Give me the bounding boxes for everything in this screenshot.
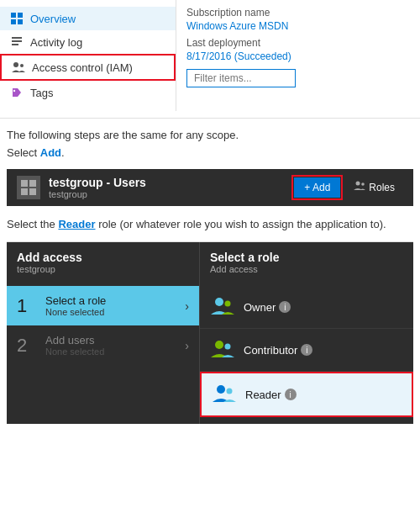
sidebar-item-activity-log[interactable]: Activity log [0,30,176,54]
access-control-label: Access control (IAM) [32,61,133,74]
svg-point-21 [227,389,233,394]
step-1-chevron: › [185,299,189,313]
svg-point-14 [356,182,360,186]
select-role-text: Select the Reader role (or whatever role… [0,209,420,239]
step-2-title: Add users [45,334,175,346]
reader-icon [212,382,237,407]
add-access-panel: Add access testgroup 1 Select a role Non… [7,242,200,424]
svg-rect-10 [21,180,28,187]
instruction-suffix: . [61,146,65,159]
svg-rect-12 [21,188,28,195]
activity-log-label: Activity log [30,36,82,49]
filter-input[interactable] [186,69,296,87]
sidebar-item-tags[interactable]: Tags [0,81,176,104]
instruction-line1: The following steps are the same for any… [7,127,413,145]
svg-rect-3 [18,19,23,24]
step-2-content: Add users None selected [45,334,175,357]
select-role-title: Select a role [210,251,403,264]
left-nav: Overview Activity log Access [0,0,176,111]
roles-label: Roles [369,182,395,193]
reader-info-icon[interactable]: i [285,389,297,400]
svg-point-7 [13,62,18,67]
deployment-date: 8/17/2016 (Succeeded) [186,50,410,62]
testgroup-text: testgroup - Users testgroup [49,176,146,199]
select-role-header: Select a role Add access [200,242,413,279]
svg-rect-6 [12,44,18,45]
subscription-name: Windows Azure MSDN [186,20,410,32]
svg-point-9 [13,90,15,92]
instruction-link: Add [40,146,61,159]
testgroup-actions: + Add Roles [294,177,403,198]
step-2-chevron: › [185,339,189,352]
step-1-title: Select a role [45,294,175,307]
add-access-subtitle: testgroup [17,264,189,274]
role-contributor[interactable]: Contributor i [200,329,413,372]
testgroup-icon [17,176,40,199]
add-access-title: Add access [17,251,189,264]
subscription-label: Subscription name [186,7,410,19]
role-reader[interactable]: Reader i [200,372,413,417]
svg-rect-5 [12,40,22,42]
step-1-content: Select a role None selected [45,294,175,317]
contributor-info-icon[interactable]: i [301,344,312,356]
roles-button[interactable]: Roles [345,177,403,198]
step-1[interactable]: 1 Select a role None selected › [7,286,199,325]
sidebar-item-access-control[interactable]: Access control (IAM) [0,54,176,81]
instruction-line2: Select Add. [7,145,413,162]
reader-link: Reader [58,218,95,230]
select-prefix: Select the [7,218,58,230]
svg-rect-2 [11,19,16,24]
select-role-body: Owner i Contributor i [200,279,413,424]
instruction-prefix: Select [7,146,40,159]
log-icon [10,35,24,49]
subscription-info: Subscription name Windows Azure MSDN Las… [176,0,420,111]
testgroup-subtitle: testgroup [49,189,146,199]
sidebar-item-overview[interactable]: Overview [0,7,176,30]
step-2[interactable]: 2 Add users None selected › [7,325,199,365]
testgroup-title: testgroup - Users [49,176,146,189]
svg-point-18 [215,341,223,349]
owner-label: Owner i [244,301,291,314]
svg-rect-0 [11,13,16,18]
person-icon [12,61,25,74]
add-button[interactable]: + Add [294,177,340,198]
svg-point-20 [217,385,225,394]
overview-label: Overview [30,13,76,25]
role-owner[interactable]: Owner i [200,286,413,329]
testgroup-left: testgroup - Users testgroup [17,176,146,199]
svg-rect-4 [12,37,22,39]
contributor-label: Contributor i [244,344,312,357]
deployment-label: Last deployment [186,37,410,49]
add-access-body: 1 Select a role None selected › 2 Add us… [7,279,199,372]
step-2-subtitle: None selected [45,346,175,357]
top-section: Overview Activity log Access [0,0,420,119]
bottom-panels: Add access testgroup 1 Select a role Non… [7,241,413,424]
reader-label: Reader i [245,389,297,401]
select-role-subtitle: Add access [210,264,403,274]
tags-label: Tags [30,87,53,99]
svg-rect-11 [29,180,36,187]
step-1-subtitle: None selected [45,307,175,317]
svg-rect-13 [29,188,36,195]
testgroup-bar: testgroup - Users testgroup + Add Roles [7,169,413,206]
step-1-number: 1 [17,295,35,317]
contributor-icon [210,337,235,362]
instructions: The following steps are the same for any… [0,119,420,166]
svg-point-17 [225,301,231,307]
svg-point-8 [20,64,24,67]
owner-info-icon[interactable]: i [279,301,291,313]
step-2-number: 2 [17,335,35,357]
select-role-panel: Select a role Add access Owner i [200,242,413,424]
svg-point-15 [362,182,365,186]
roles-person-icon [354,181,365,193]
select-suffix: role (or whatever role you wish to assig… [96,218,386,230]
svg-point-16 [215,298,223,306]
svg-point-19 [225,344,231,350]
tag-icon [10,86,24,99]
svg-rect-1 [18,13,23,18]
owner-icon [210,294,235,320]
add-access-header: Add access testgroup [7,242,199,279]
grid-icon [10,12,24,25]
